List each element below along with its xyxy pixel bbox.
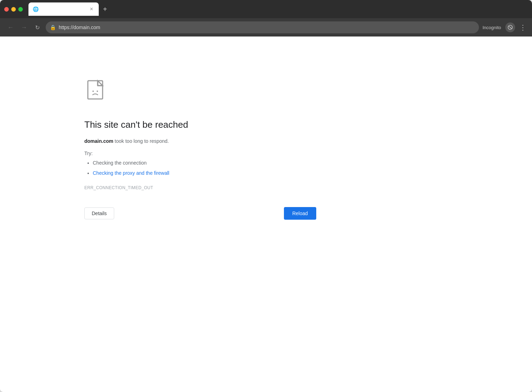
forward-button[interactable]: → — [19, 22, 29, 32]
title-bar: 🌐 × + — [0, 0, 532, 18]
minimize-window-button[interactable] — [11, 7, 16, 12]
tab-bar: 🌐 × + — [28, 2, 528, 16]
svg-point-3 — [92, 91, 94, 92]
incognito-label: Incognito — [482, 25, 501, 30]
details-button[interactable]: Details — [84, 207, 114, 219]
list-item: Checking the proxy and the firewall — [93, 169, 316, 177]
page-content: This site can't be reached domain.com to… — [0, 36, 532, 392]
tab-globe-icon: 🌐 — [33, 6, 39, 12]
error-container: This site can't be reached domain.com to… — [0, 36, 316, 241]
error-title: This site can't be reached — [84, 119, 316, 130]
browser-menu-button[interactable]: ⋮ — [519, 23, 526, 32]
reload-button[interactable]: ↻ — [32, 22, 42, 32]
svg-point-4 — [97, 91, 98, 92]
suggestion-proxy-link[interactable]: Checking the proxy and the firewall — [93, 170, 169, 176]
maximize-window-button[interactable] — [18, 7, 23, 12]
incognito-icon — [505, 22, 515, 32]
back-button[interactable]: ← — [6, 22, 15, 32]
browser-menu-right: Incognito ⋮ — [482, 22, 526, 32]
error-domain: domain.com — [84, 138, 113, 144]
address-bar: ← → ↻ 🔒 https://domain.com Incognito ⋮ — [0, 18, 532, 36]
list-item: Checking the connection — [93, 159, 316, 167]
error-description-suffix: took too long to respond. — [113, 138, 169, 144]
suggestion-connection: Checking the connection — [93, 160, 147, 166]
traffic-lights — [4, 7, 23, 12]
error-code: ERR_CONNECTION_TIMED_OUT — [84, 185, 316, 190]
active-tab[interactable]: 🌐 × — [28, 2, 99, 16]
error-description: domain.com took too long to respond. — [84, 137, 316, 145]
close-window-button[interactable] — [4, 7, 9, 12]
error-icon — [84, 79, 316, 105]
tab-close-button[interactable]: × — [89, 5, 95, 13]
new-tab-button[interactable]: + — [100, 4, 110, 15]
browser-window: 🌐 × + ← → ↻ 🔒 https://domain.com Incogni… — [0, 0, 532, 392]
suggestions-list: Checking the connection Checking the pro… — [84, 159, 316, 177]
url-bar[interactable]: 🔒 https://domain.com — [46, 21, 479, 33]
reload-button[interactable]: Reload — [284, 207, 316, 220]
try-label: Try: — [84, 151, 316, 156]
url-text: https://domain.com — [59, 25, 100, 30]
lock-icon: 🔒 — [50, 25, 56, 30]
button-row: Details Reload — [84, 207, 316, 220]
